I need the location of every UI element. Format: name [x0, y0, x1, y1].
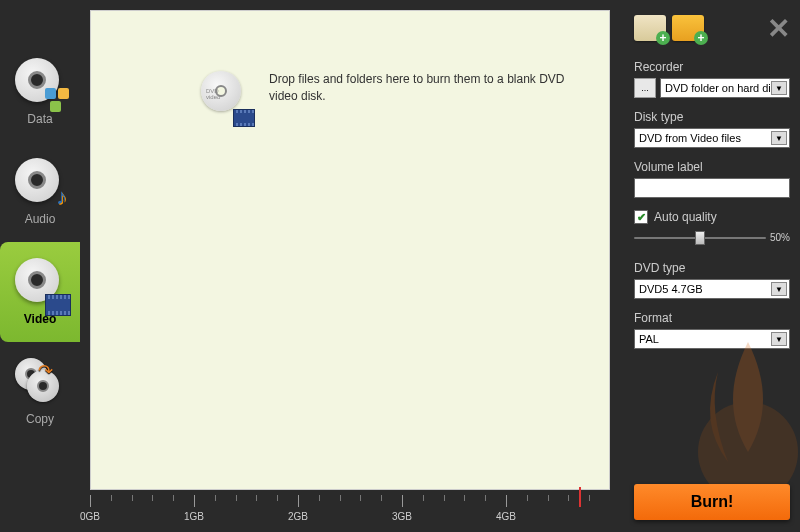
drop-hint: Drop files and folders here to burn them…	[269, 71, 579, 121]
auto-quality-label: Auto quality	[654, 210, 717, 224]
size-ruler: 0GB1GB2GB3GB4GB	[90, 495, 610, 530]
quality-percent: 50%	[770, 232, 790, 243]
sidebar-item-label: Data	[27, 112, 52, 126]
data-icon	[15, 58, 65, 108]
ruler-tick-label: 0GB	[80, 511, 100, 522]
chevron-down-icon: ▼	[771, 131, 787, 145]
ruler-tick-label: 3GB	[392, 511, 412, 522]
sidebar-item-data[interactable]: Data	[0, 42, 80, 142]
volume-label: Volume label	[634, 160, 790, 174]
drop-zone[interactable]: DVDvideo Drop files and folders here to …	[90, 10, 610, 490]
settings-panel: + + ✕ Recorder ... DVD folder on hard di…	[628, 0, 800, 532]
volume-label-input[interactable]	[634, 178, 790, 198]
disk-type-select[interactable]: DVD from Video files ▼	[634, 128, 790, 148]
auto-quality-checkbox[interactable]: ✔	[634, 210, 648, 224]
recorder-value: DVD folder on hard disk	[665, 82, 782, 94]
disk-limit-marker	[579, 487, 581, 507]
disk-type-value: DVD from Video files	[639, 132, 741, 144]
svg-point-0	[698, 402, 798, 492]
audio-icon: ♪	[15, 158, 65, 208]
chevron-down-icon: ▼	[771, 282, 787, 296]
add-file-button[interactable]: +	[634, 15, 666, 41]
sidebar-item-audio[interactable]: ♪ Audio	[0, 142, 80, 242]
recorder-select[interactable]: DVD folder on hard disk ▼	[660, 78, 790, 98]
sidebar-item-label: Audio	[25, 212, 56, 226]
sidebar-item-label: Copy	[26, 412, 54, 426]
sidebar-item-video[interactable]: Video	[0, 242, 80, 342]
copy-icon: ↷	[15, 358, 65, 408]
add-folder-button[interactable]: +	[672, 15, 704, 41]
dvd-type-value: DVD5 4.7GB	[639, 283, 703, 295]
burn-button[interactable]: Burn!	[634, 484, 790, 520]
dvd-video-icon: DVDvideo	[201, 71, 251, 121]
chevron-down-icon: ▼	[771, 81, 787, 95]
ruler-tick-label: 1GB	[184, 511, 204, 522]
dvd-type-label: DVD type	[634, 261, 790, 275]
recorder-browse-button[interactable]: ...	[634, 78, 656, 98]
format-value: PAL	[639, 333, 659, 345]
close-icon[interactable]: ✕	[767, 12, 790, 45]
format-label: Format	[634, 311, 790, 325]
video-icon	[15, 258, 65, 308]
dvd-type-select[interactable]: DVD5 4.7GB ▼	[634, 279, 790, 299]
ruler-tick-label: 2GB	[288, 511, 308, 522]
recorder-label: Recorder	[634, 60, 790, 74]
sidebar-item-copy[interactable]: ↷ Copy	[0, 342, 80, 442]
sidebar: Data ♪ Audio Video ↷ Copy	[0, 0, 80, 532]
ruler-tick-label: 4GB	[496, 511, 516, 522]
quality-slider[interactable]	[634, 237, 766, 239]
disk-type-label: Disk type	[634, 110, 790, 124]
chevron-down-icon: ▼	[771, 332, 787, 346]
format-select[interactable]: PAL ▼	[634, 329, 790, 349]
